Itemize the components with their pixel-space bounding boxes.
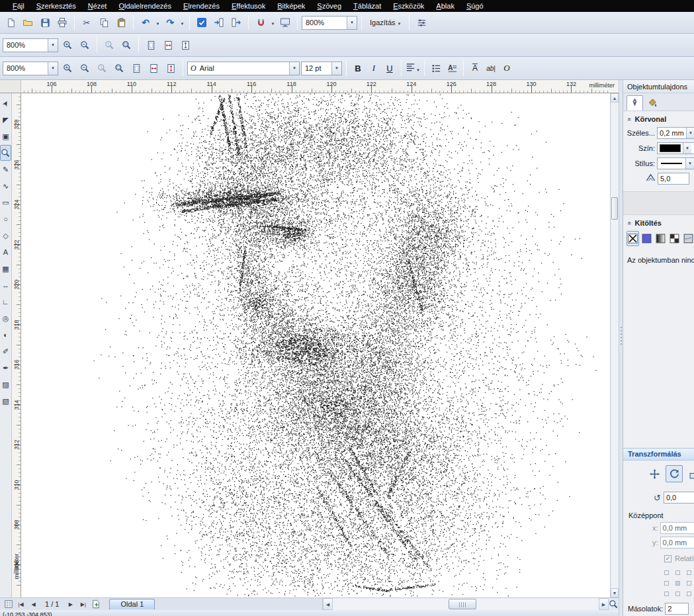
zoom-to-selection-button[interactable]: 1 xyxy=(101,37,117,53)
table-tool[interactable]: ▦ xyxy=(0,261,11,277)
vertical-ruler[interactable]: milliméter 32832632432232031831631431231… xyxy=(12,93,21,597)
application-launcher-button[interactable] xyxy=(194,15,210,30)
undo-button[interactable]: ↶ xyxy=(138,15,153,30)
menu-fajl[interactable]: Fájl xyxy=(7,1,30,11)
text-alignment-dropdown[interactable]: ▼ xyxy=(406,61,420,75)
add-page-button[interactable] xyxy=(90,599,101,609)
zoom-levels-combo[interactable]: 800% ▼ xyxy=(3,38,58,52)
snap-to-button[interactable] xyxy=(253,15,269,30)
save-button[interactable] xyxy=(37,15,53,30)
previous-page-button[interactable]: ◀ xyxy=(28,599,39,609)
print-button[interactable] xyxy=(54,15,70,30)
anchor-bottom-right[interactable] xyxy=(687,592,691,596)
scroll-up-arrow[interactable]: ▲ xyxy=(611,93,619,103)
horizontal-scroll-thumb[interactable] xyxy=(449,599,476,609)
font-size-combo[interactable]: 12 pt ▼ xyxy=(301,62,342,75)
texture-fill-button[interactable] xyxy=(682,231,694,246)
chevron-down-icon[interactable]: ▼ xyxy=(685,158,694,169)
menu-nezet[interactable]: Nézet xyxy=(82,1,113,11)
new-document-button[interactable] xyxy=(3,15,19,30)
menu-oldalelrendezes[interactable]: Oldalelrendezés xyxy=(112,1,177,11)
outline-tab[interactable] xyxy=(627,95,643,110)
zoom-out-button[interactable] xyxy=(77,60,93,76)
last-page-button[interactable]: ▶| xyxy=(77,599,89,609)
fill-tab[interactable] xyxy=(644,95,661,110)
menu-bitkepek[interactable]: Bitképek xyxy=(271,1,311,11)
zoom-in-button[interactable] xyxy=(60,60,75,76)
freehand-tool[interactable]: ✎ xyxy=(0,161,11,177)
anchor-center[interactable] xyxy=(675,581,680,586)
chevron-down-icon[interactable]: ▼ xyxy=(289,62,299,75)
zoom-to-all-button[interactable] xyxy=(111,60,127,76)
rotate-mode-button[interactable] xyxy=(666,465,683,482)
cut-button[interactable]: ✂ xyxy=(79,15,95,30)
underline-button[interactable]: U xyxy=(382,61,397,75)
drawing-page[interactable] xyxy=(21,93,610,597)
zoom-levels-combo-2[interactable]: 800% ▼ xyxy=(3,62,58,75)
scale-mode-button[interactable] xyxy=(685,465,694,482)
ruler-origin-corner[interactable] xyxy=(0,80,21,93)
outline-pen-tool[interactable]: ✒ xyxy=(0,360,11,376)
zoom-to-selection-button[interactable]: 1 xyxy=(94,60,110,76)
uniform-fill-button[interactable] xyxy=(641,231,653,246)
polygon-tool[interactable]: ◇ xyxy=(0,228,11,243)
anchor-bottom-left[interactable] xyxy=(664,592,669,596)
horizontal-scrollbar[interactable]: ◀ ▶ xyxy=(322,598,609,610)
position-mode-button[interactable] xyxy=(646,465,663,482)
anchor-left[interactable] xyxy=(664,581,669,586)
scroll-down-arrow[interactable]: ▼ xyxy=(611,588,619,597)
align-dropdown-button[interactable]: Igazítás ▼ xyxy=(366,15,405,30)
vertical-scrollbar[interactable]: ▲ ▼ xyxy=(610,93,619,597)
zoom-corner-button[interactable] xyxy=(609,598,619,610)
menu-tablazat[interactable]: Táblázat xyxy=(347,1,387,11)
scroll-left-arrow[interactable]: ◀ xyxy=(323,598,333,610)
menu-szoveg[interactable]: Szöveg xyxy=(311,1,347,11)
page-tab[interactable]: Oldal 1 xyxy=(109,599,155,609)
zoom-to-page-button[interactable] xyxy=(128,60,144,76)
copies-field[interactable]: 2 xyxy=(665,603,689,615)
horizontal-ruler[interactable]: milliméter 10610811011211411611812012212… xyxy=(21,80,619,93)
text-tool[interactable]: A xyxy=(0,244,11,260)
undo-dropdown-arrow-icon[interactable]: ▼ xyxy=(155,19,161,26)
no-fill-button[interactable] xyxy=(627,231,639,246)
chevron-down-icon[interactable]: ▼ xyxy=(683,143,691,154)
rotation-angle-field[interactable]: 0,0 xyxy=(664,492,694,504)
eyedropper-tool[interactable]: ✐ xyxy=(0,343,11,359)
edit-text-button[interactable]: ab| xyxy=(484,61,498,75)
insert-symbol-button[interactable]: O xyxy=(499,61,514,75)
character-formatting-button[interactable]: A xyxy=(468,61,482,75)
connector-tool[interactable]: ∟ xyxy=(0,294,11,310)
zoom-level-combo[interactable]: 800% ▼ xyxy=(302,16,357,30)
ellipse-tool[interactable]: ○ xyxy=(0,211,11,227)
chevron-down-icon[interactable]: ▼ xyxy=(331,62,341,75)
zoom-tool[interactable] xyxy=(0,145,11,161)
transparency-tool[interactable]: ◐ xyxy=(0,327,11,343)
zoom-to-page-width-button[interactable] xyxy=(160,37,176,53)
pick-tool[interactable]: ➤ xyxy=(0,95,11,111)
rectangle-tool[interactable]: ▭ xyxy=(0,195,11,210)
pattern-fill-button[interactable] xyxy=(669,231,681,246)
redo-button[interactable]: ↷ xyxy=(162,15,178,30)
center-x-field[interactable]: 0,0 mm xyxy=(660,522,694,534)
center-y-field[interactable]: 0,0 mm xyxy=(660,537,694,549)
zoom-out-button[interactable] xyxy=(77,37,93,53)
drop-cap-button[interactable]: A xyxy=(445,61,459,75)
anchor-top[interactable] xyxy=(675,570,680,575)
menu-szerkesztes[interactable]: Szerkesztés xyxy=(30,1,82,11)
chevron-down-icon[interactable]: ▼ xyxy=(48,39,58,52)
menu-ablak[interactable]: Ablak xyxy=(430,1,460,11)
fountain-fill-button[interactable] xyxy=(655,231,667,246)
smart-drawing-tool[interactable]: ∿ xyxy=(0,178,11,194)
menu-elrendezes[interactable]: Elrendezés xyxy=(177,1,226,11)
anchor-right[interactable] xyxy=(687,581,691,586)
menu-effektusok[interactable]: Effektusok xyxy=(226,1,271,11)
outline-style-picker[interactable]: ▼ xyxy=(657,157,694,169)
zoom-in-button[interactable] xyxy=(60,37,75,53)
italic-button[interactable]: I xyxy=(367,61,381,75)
bold-button[interactable]: B xyxy=(351,61,365,75)
fill-tool[interactable]: ▨ xyxy=(0,376,11,392)
welcome-screen-button[interactable] xyxy=(277,15,293,30)
chevron-down-icon[interactable]: ▼ xyxy=(686,128,694,138)
interactive-fill-tool[interactable]: ▧ xyxy=(0,393,11,409)
zoom-to-page-height-button[interactable] xyxy=(177,37,193,53)
